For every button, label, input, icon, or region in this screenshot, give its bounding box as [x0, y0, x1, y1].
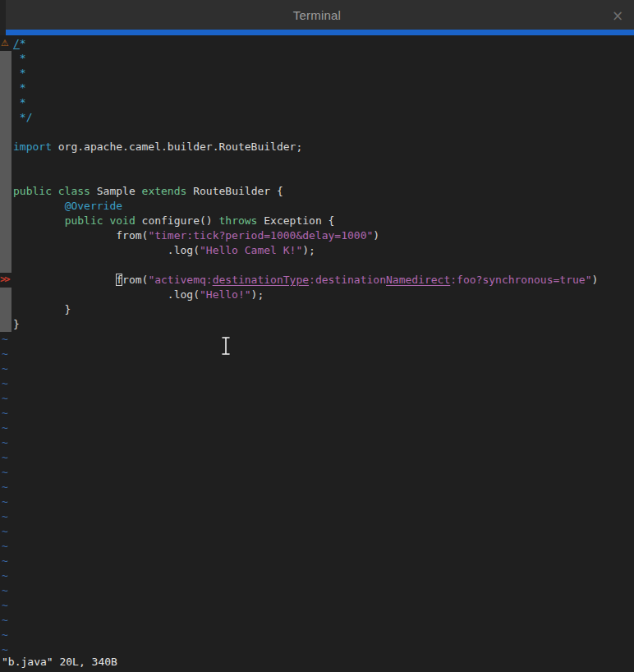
- code-line[interactable]: ⚠/*: [0, 36, 634, 51]
- code-line[interactable]: .log("Hello Camel K!");: [0, 243, 634, 258]
- code-text: *: [11, 95, 26, 110]
- tilde-marker: ~: [0, 568, 634, 583]
- tilde-marker: ~: [0, 628, 634, 642]
- sign-column: [0, 110, 11, 125]
- sign-column: [0, 199, 11, 214]
- sign-column: [0, 214, 11, 228]
- titlebar-accent-line: [0, 30, 634, 35]
- sign-column: [0, 258, 11, 273]
- vim-editor[interactable]: ⚠/* * * * * */import org.apache.camel.bu…: [0, 35, 634, 672]
- code-line[interactable]: import org.apache.camel.builder.RouteBui…: [0, 140, 634, 154]
- code-line[interactable]: [0, 125, 634, 140]
- sign-column: [0, 302, 11, 317]
- code-line[interactable]: */: [0, 110, 634, 125]
- code-line[interactable]: public void configure() throws Exception…: [0, 214, 634, 228]
- code-text: }: [11, 302, 71, 317]
- sign-column: [0, 81, 11, 95]
- code-text: public void configure() throws Exception…: [11, 214, 334, 228]
- code-line[interactable]: }: [0, 302, 634, 317]
- sign-column: [0, 228, 11, 243]
- sign-column: [0, 140, 11, 154]
- code-text: *: [11, 81, 26, 95]
- tilde-marker: ~: [0, 480, 634, 495]
- code-line[interactable]: public class Sample extends RouteBuilder…: [0, 184, 634, 199]
- tilde-marker: ~: [0, 347, 634, 361]
- code-line[interactable]: >> from("activemq:destinationType:destin…: [0, 273, 634, 288]
- titlebar-left-edge: [0, 0, 6, 35]
- tilde-marker: ~: [0, 435, 634, 450]
- sign-column: [0, 184, 11, 199]
- sign-column: [0, 66, 11, 81]
- tilde-marker: ~: [0, 613, 634, 628]
- close-icon[interactable]: ×: [608, 6, 627, 25]
- tilde-marker: ~: [0, 465, 634, 480]
- code-text: import org.apache.camel.builder.RouteBui…: [11, 140, 302, 154]
- code-text: .log("Hello Camel K!");: [11, 243, 315, 258]
- code-line[interactable]: *: [0, 95, 634, 110]
- empty-buffer-lines: ~~~~~~~~~~~~~~~~~~~~~~: [0, 332, 634, 657]
- tilde-marker: ~: [0, 509, 634, 524]
- code-text: from("timer:tick?period=1000&delay=1000"…: [11, 228, 379, 243]
- code-line[interactable]: *: [0, 66, 634, 81]
- sign-column: [0, 169, 11, 184]
- tilde-marker: ~: [0, 361, 634, 376]
- tilde-marker: ~: [0, 450, 634, 465]
- code-text: from("activemq:destinationType:destinati…: [11, 273, 598, 288]
- code-line[interactable]: .log("Hello!");: [0, 288, 634, 302]
- error-sign-icon: >>: [0, 273, 11, 288]
- sign-column: [0, 317, 11, 332]
- sign-column: [0, 288, 11, 302]
- tilde-marker: ~: [0, 554, 634, 568]
- terminal-window: Terminal × ⚠/* * * * * */import org.apac…: [0, 0, 634, 672]
- code-text: @Override: [11, 199, 122, 214]
- code-line[interactable]: }: [0, 317, 634, 332]
- tilde-marker: ~: [0, 332, 634, 347]
- tilde-marker: ~: [0, 495, 634, 509]
- code-line[interactable]: *: [0, 51, 634, 66]
- tilde-marker: ~: [0, 391, 634, 406]
- code-line[interactable]: @Override: [0, 199, 634, 214]
- tilde-marker: ~: [0, 406, 634, 421]
- code-line[interactable]: [0, 154, 634, 169]
- code-line[interactable]: from("timer:tick?period=1000&delay=1000"…: [0, 228, 634, 243]
- code-text: [11, 154, 13, 169]
- code-text: }: [11, 317, 20, 332]
- code-text: [11, 125, 13, 140]
- code-text: *: [11, 51, 26, 66]
- warning-sign-icon: ⚠: [0, 36, 11, 51]
- tilde-marker: ~: [0, 524, 634, 539]
- code-line[interactable]: [0, 258, 634, 273]
- vim-cursor: f: [116, 274, 122, 286]
- tilde-marker: ~: [0, 421, 634, 435]
- code-text: */: [11, 110, 32, 125]
- tilde-marker: ~: [0, 583, 634, 598]
- code-text: [11, 258, 13, 273]
- titlebar[interactable]: Terminal ×: [0, 0, 634, 30]
- tilde-marker: ~: [0, 598, 634, 613]
- code-text: *: [11, 66, 26, 81]
- sign-column: [0, 51, 11, 66]
- code-line[interactable]: [0, 169, 634, 184]
- code-text: [11, 169, 13, 184]
- mouse-ibeam-cursor: [220, 336, 232, 356]
- tilde-marker: ~: [0, 539, 634, 554]
- sign-column: [0, 154, 11, 169]
- code-line[interactable]: *: [0, 81, 634, 95]
- vim-statusline: "b.java" 20L, 340B: [2, 655, 117, 670]
- code-text: /*: [11, 36, 26, 51]
- code-area[interactable]: ⚠/* * * * * */import org.apache.camel.bu…: [0, 36, 634, 332]
- tilde-marker: ~: [0, 376, 634, 391]
- sign-column: [0, 243, 11, 258]
- window-title: Terminal: [293, 8, 341, 22]
- sign-column: [0, 95, 11, 110]
- sign-column: [0, 125, 11, 140]
- code-text: public class Sample extends RouteBuilder…: [11, 184, 283, 199]
- code-text: .log("Hello!");: [11, 288, 264, 302]
